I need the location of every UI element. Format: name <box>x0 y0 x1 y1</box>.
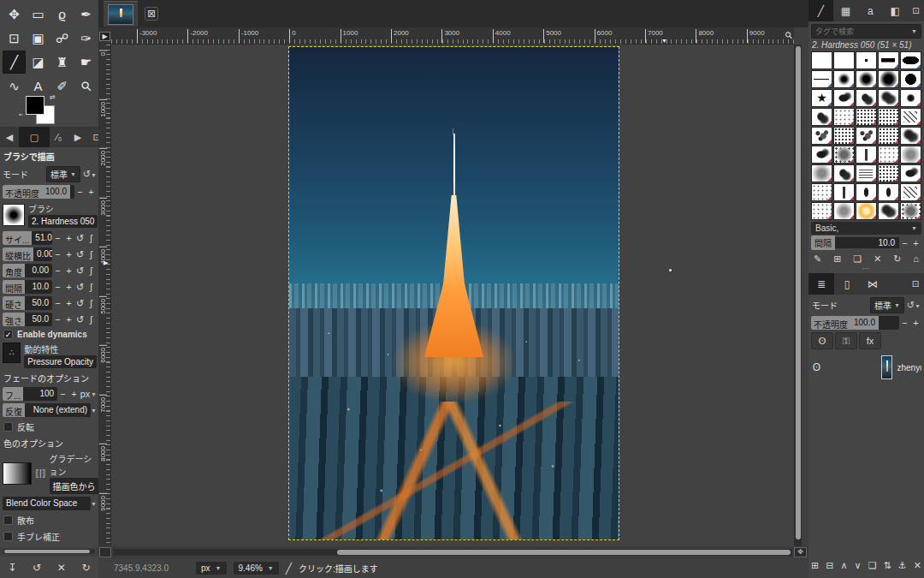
brush-cell[interactable] <box>833 89 855 107</box>
brush-cell[interactable] <box>856 183 877 201</box>
effects-fx-icon[interactable]: fx <box>859 332 881 349</box>
reset-button[interactable]: ↺ <box>74 282 86 293</box>
curve-button[interactable]: ʃ <box>86 233 97 243</box>
increase-button[interactable]: + <box>63 249 74 259</box>
duplicate-brush-button[interactable]: ❏ <box>853 253 862 265</box>
clone-tool[interactable]: ♜ <box>50 51 74 74</box>
image-tab[interactable] <box>104 1 138 27</box>
increase-button[interactable]: + <box>910 238 921 248</box>
foreground-color-swatch[interactable] <box>26 96 44 115</box>
increase-button[interactable]: + <box>63 233 74 243</box>
tab-layers[interactable]: ≣ <box>808 273 834 295</box>
tab-patterns[interactable]: ▦ <box>833 0 858 21</box>
dynamics-select[interactable]: Pressure Opacity <box>24 355 97 368</box>
curve-button[interactable]: ʃ <box>86 249 97 259</box>
anchor-layer-button[interactable]: ⚓ <box>898 560 907 571</box>
ink-pen-tool[interactable]: ✒ <box>74 3 98 26</box>
option-slider-サイ...[interactable]: サイ...51.00−+↺ʃ <box>3 231 97 245</box>
brush-cell[interactable] <box>833 127 855 145</box>
text-tool[interactable]: A <box>27 74 50 98</box>
brush-cell[interactable] <box>811 108 832 126</box>
new-brush-button[interactable]: ⊞ <box>833 253 841 265</box>
flip-gradient-icon[interactable]: ⟦|⟧ <box>35 468 46 478</box>
layer-opacity-slider[interactable]: 不透明度100.0 − + <box>811 316 921 330</box>
merge-layer-button[interactable]: ⇅ <box>884 560 891 571</box>
brush-cell[interactable] <box>856 108 877 126</box>
increase-button[interactable]: + <box>63 298 74 308</box>
horizontal-scrollbar[interactable] <box>113 549 792 556</box>
brush-cell[interactable] <box>811 127 832 145</box>
brush-cell[interactable] <box>856 164 877 182</box>
brush-cell[interactable] <box>878 70 899 88</box>
new-layer-group-button[interactable]: ⊟ <box>826 560 833 571</box>
brush-cell[interactable] <box>856 89 877 107</box>
brush-cell[interactable] <box>878 164 899 182</box>
brush-cell[interactable] <box>811 183 832 201</box>
option-checkbox-散布[interactable]: 散布 <box>3 514 96 527</box>
brush-cell[interactable] <box>833 183 855 201</box>
search-input[interactable] <box>815 27 911 36</box>
decrease-button[interactable]: − <box>52 298 63 308</box>
brush-cell[interactable] <box>833 146 855 164</box>
brush-cell[interactable] <box>900 108 921 126</box>
tab-tool-options[interactable]: ▢ <box>19 127 50 147</box>
edit-brush-button[interactable]: ✎ <box>814 253 821 265</box>
brush-cell[interactable] <box>900 70 921 88</box>
brush-cell[interactable] <box>900 202 921 220</box>
decrease-button[interactable]: − <box>52 314 63 325</box>
decrease-button[interactable]: − <box>899 318 910 328</box>
brush-preview[interactable] <box>3 204 25 226</box>
delete-preset-button[interactable]: ✕ <box>57 562 66 574</box>
delete-layer-button[interactable]: ✕ <box>914 560 921 571</box>
brush-cell[interactable] <box>833 51 855 69</box>
navigation-button[interactable]: ✥ <box>794 547 807 557</box>
tab-paths[interactable]: ⋈ <box>860 273 886 295</box>
reset-button[interactable]: ↺ <box>74 233 86 244</box>
blend-color-space-select[interactable]: Blend Color Space 知覚的... ▼ <box>3 497 97 510</box>
option-checkbox-ブラシの表示を固定[interactable]: ブラシの表示を固定 <box>3 546 96 548</box>
fade-length-slider[interactable]: フ...100 − + px ▼ <box>3 387 97 401</box>
decrease-button[interactable]: − <box>52 282 63 292</box>
lower-layer-button[interactable]: ∨ <box>855 560 862 571</box>
decrease-button[interactable]: − <box>52 233 63 243</box>
option-slider-角度[interactable]: 角度0.00−+↺ʃ <box>3 264 97 277</box>
curve-button[interactable]: ʃ <box>86 298 97 308</box>
increase-button[interactable]: + <box>63 265 74 276</box>
opacity-slider[interactable]: 不透明度100.0 − + <box>3 185 97 199</box>
decrease-button[interactable]: − <box>899 238 910 248</box>
vertical-scrollbar[interactable] <box>794 45 802 546</box>
color-swatches[interactable]: ⇄ ▪▫ <box>26 96 63 125</box>
free-select-tool[interactable]: ϱ <box>50 3 74 26</box>
brush-cell[interactable] <box>878 51 899 69</box>
save-preset-button[interactable]: ↧ <box>8 562 16 574</box>
layer-mode-select[interactable]: 標準▼ <box>870 297 904 313</box>
paintbrush-tool[interactable]: ╱ <box>3 51 26 74</box>
option-slider-縦横比[interactable]: 縦横比0.00−+↺ʃ <box>3 247 97 261</box>
image-x-icon[interactable]: ⊠ <box>145 7 158 21</box>
brush-cell[interactable] <box>900 146 921 164</box>
brush-cell[interactable] <box>833 164 855 182</box>
restore-preset-button[interactable]: ↺ <box>33 562 41 574</box>
visibility-toggle-icon[interactable]: ʘ <box>811 332 833 349</box>
open-brush-location-button[interactable]: ⌂ <box>913 253 919 265</box>
zoom-tool[interactable]: ⚲ <box>69 69 102 102</box>
decrease-button[interactable]: − <box>57 389 68 399</box>
decrease-button[interactable]: − <box>74 187 86 197</box>
brush-search-field[interactable]: ▼ <box>811 24 921 39</box>
eye-icon[interactable]: ʘ <box>811 361 822 373</box>
brush-cell[interactable] <box>811 146 832 164</box>
brush-cell[interactable] <box>878 146 899 164</box>
brush-cell[interactable] <box>811 51 832 69</box>
option-slider-間隔[interactable]: 間隔10.0−+↺ʃ <box>3 280 97 294</box>
tab-scroll-right[interactable]: ▶ <box>68 127 87 147</box>
raise-layer-button[interactable]: ∧ <box>841 560 848 571</box>
reset-preset-button[interactable]: ↻ <box>82 562 91 574</box>
tab-device-status[interactable]: ⁄₀ <box>50 127 68 147</box>
enable-dynamics-checkbox[interactable]: ✓ Enable dynamics <box>3 330 96 339</box>
decrease-button[interactable]: − <box>52 265 63 276</box>
fade-unit-select[interactable]: px <box>80 389 91 399</box>
curve-button[interactable]: ʃ <box>86 265 97 276</box>
lock-icon[interactable]: ⚿ <box>835 332 857 349</box>
dock-menu-button[interactable]: ⊡ <box>908 0 924 21</box>
vertical-ruler[interactable]: ▶ 0100020003000400050006000700080009000 <box>98 45 111 546</box>
